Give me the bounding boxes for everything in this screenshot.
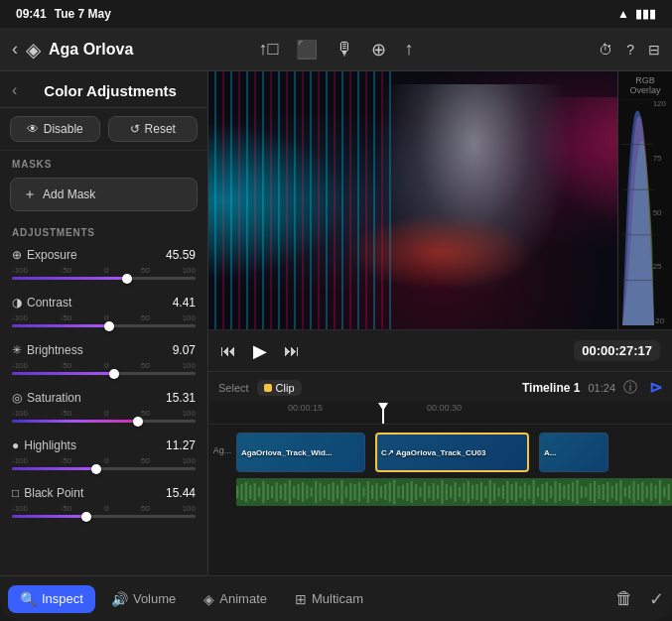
- svg-rect-40: [384, 484, 386, 500]
- svg-rect-22: [306, 485, 308, 499]
- svg-rect-97: [632, 481, 634, 503]
- svg-rect-83: [572, 482, 574, 502]
- highlights-slider[interactable]: [12, 467, 196, 470]
- checkmark-icon[interactable]: ✓: [649, 588, 664, 610]
- layout-icon[interactable]: ⊟: [648, 42, 660, 58]
- video-clip-3[interactable]: A...: [539, 433, 608, 472]
- mic-icon[interactable]: 🎙: [336, 39, 353, 61]
- timeline-expand-icon[interactable]: ⊳: [649, 378, 662, 397]
- exposure-icon: ⊕: [12, 248, 22, 262]
- camera-icon[interactable]: ⬛: [296, 39, 318, 61]
- svg-rect-76: [541, 484, 543, 500]
- svg-rect-11: [258, 487, 260, 497]
- svg-rect-56: [455, 482, 457, 502]
- svg-rect-48: [419, 487, 421, 497]
- top-navigation: ‹ ◈ Aga Orlova ↑□ ⬛ 🎙 ⊕ ↑ ⏱ ? ⊟: [0, 28, 672, 71]
- audio-track: [208, 476, 672, 508]
- svg-rect-24: [315, 481, 317, 503]
- add-mask-button[interactable]: ＋ Add Mask: [10, 178, 198, 211]
- left-panel: ‹ Color Adjustments 👁 Disable ↺ Reset MA…: [0, 71, 208, 575]
- panel-header: ‹ Color Adjustments: [0, 71, 207, 108]
- tab-animate-label: Animate: [219, 591, 267, 606]
- reset-button[interactable]: ↺ Reset: [108, 116, 199, 142]
- svg-rect-20: [297, 484, 299, 500]
- panel-back-button[interactable]: ‹: [12, 81, 17, 99]
- clip-color-dot: [264, 384, 272, 392]
- adjustment-exposure: ⊕ Exposure 45.59 -100 -50 0 50 100: [0, 242, 207, 290]
- add-icon[interactable]: ⊕: [371, 39, 386, 61]
- skip-forward-button[interactable]: ⏭: [284, 342, 300, 360]
- contrast-slider[interactable]: [12, 324, 196, 327]
- adjustment-blackpoint: □ Black Point 15.44 -100 -50 0 50 100: [0, 480, 207, 528]
- svg-rect-79: [554, 481, 556, 503]
- svg-rect-58: [463, 483, 465, 501]
- svg-rect-15: [276, 482, 278, 502]
- track-label-col: Ag...: [208, 445, 236, 455]
- svg-rect-70: [515, 482, 517, 502]
- svg-rect-102: [654, 485, 656, 499]
- svg-rect-60: [471, 485, 473, 499]
- svg-rect-80: [559, 483, 561, 501]
- svg-rect-73: [528, 485, 530, 499]
- ruler-mark-30: 00:00:30: [427, 403, 462, 413]
- playhead[interactable]: [382, 403, 384, 424]
- blackpoint-slider[interactable]: [12, 515, 196, 518]
- svg-rect-33: [354, 484, 356, 500]
- svg-rect-42: [393, 480, 395, 504]
- saturation-slider[interactable]: [12, 420, 196, 423]
- clock-icon[interactable]: ⏱: [599, 42, 612, 58]
- saturation-value: 15.31: [166, 391, 196, 405]
- svg-rect-100: [646, 486, 648, 498]
- adjustment-brightness: ✳ Brightness 9.07 -100 -50 0 50 100: [0, 337, 207, 385]
- project-title: Aga Orlova: [49, 41, 133, 59]
- svg-rect-47: [415, 484, 417, 500]
- svg-rect-104: [663, 487, 665, 497]
- exposure-value: 45.59: [166, 248, 196, 262]
- play-button[interactable]: ▶: [246, 337, 274, 365]
- svg-rect-69: [511, 484, 513, 500]
- svg-rect-92: [611, 486, 613, 498]
- back-button[interactable]: ‹: [12, 39, 18, 60]
- svg-rect-74: [533, 480, 535, 504]
- svg-rect-39: [380, 486, 382, 498]
- svg-rect-67: [502, 485, 504, 499]
- share-icon[interactable]: ↑□: [259, 39, 279, 61]
- video-clip-1[interactable]: AgaOrlova_Track_Wid...: [236, 433, 365, 472]
- svg-rect-45: [406, 483, 408, 501]
- svg-rect-105: [668, 484, 670, 500]
- video-frame: RGB Overlay 120 75 50 25 -20: [208, 71, 672, 329]
- question-icon[interactable]: ?: [626, 42, 634, 58]
- svg-rect-8: [245, 482, 247, 502]
- export-icon[interactable]: ↑: [404, 39, 413, 61]
- clip-badge[interactable]: Clip: [257, 380, 302, 396]
- ruler-mark-15: 00:00:15: [288, 403, 323, 413]
- svg-rect-71: [519, 486, 521, 498]
- tab-inspect[interactable]: 🔍 Inspect: [8, 585, 95, 613]
- exposure-slider[interactable]: [12, 277, 196, 280]
- svg-rect-6: [236, 486, 238, 498]
- skip-back-button[interactable]: ⏮: [220, 342, 236, 360]
- timeline-info-icon[interactable]: ⓘ: [623, 379, 637, 397]
- tab-multicam[interactable]: ⊞ Multicam: [283, 585, 375, 613]
- brightness-slider[interactable]: [12, 372, 196, 375]
- multicam-icon: ⊞: [295, 591, 307, 607]
- inspect-icon: 🔍: [20, 591, 37, 607]
- tab-volume[interactable]: 🔊 Volume: [99, 585, 188, 613]
- rgb-chart: 120 75 50 25 -20: [622, 99, 668, 325]
- svg-rect-12: [262, 481, 264, 503]
- svg-rect-96: [628, 485, 630, 499]
- trash-icon[interactable]: 🗑: [615, 588, 633, 609]
- contrast-icon: ◑: [12, 296, 22, 310]
- svg-rect-36: [367, 481, 369, 503]
- svg-rect-72: [524, 483, 526, 501]
- svg-rect-18: [289, 480, 291, 504]
- video-track: Ag... AgaOrlova_Track_Wid... C↗ AgaOrlov…: [208, 425, 672, 476]
- video-clip-2[interactable]: C↗ AgaOrlova_Track_CU03: [375, 433, 529, 472]
- disable-button[interactable]: 👁 Disable: [10, 116, 100, 142]
- tab-animate[interactable]: ◈ Animate: [192, 585, 279, 613]
- svg-rect-99: [641, 482, 643, 502]
- eye-icon: 👁: [27, 122, 39, 136]
- svg-rect-43: [397, 486, 399, 498]
- svg-rect-31: [345, 486, 347, 498]
- status-bar: 09:41 Tue 7 May ▲ ▮▮▮: [0, 0, 672, 28]
